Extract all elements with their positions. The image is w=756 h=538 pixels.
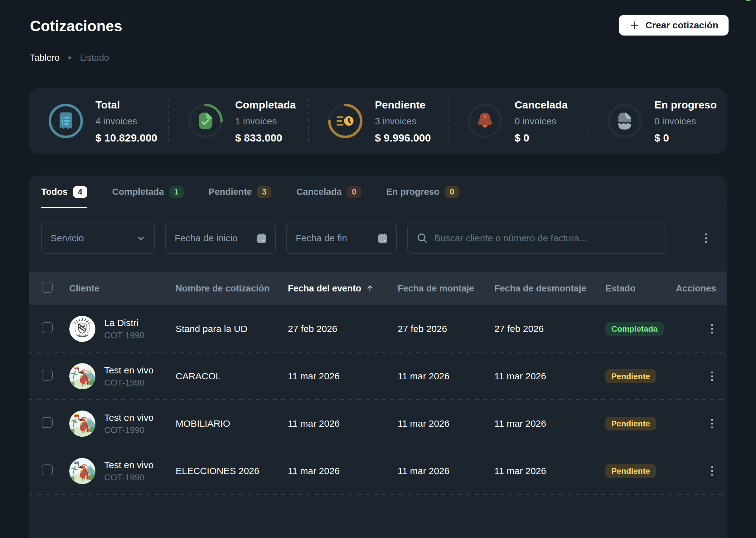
row-checkbox[interactable]: [42, 322, 53, 333]
tab-completada[interactable]: Completada 1: [112, 176, 184, 208]
column-header-fecha-montaje[interactable]: Fecha de montaje: [398, 283, 494, 294]
stat-label: Total: [95, 98, 157, 111]
setup-date: 11 mar 2026: [398, 418, 494, 429]
quote-name: Stand para la UD: [176, 324, 288, 334]
status-badge: Pendiente: [605, 464, 656, 478]
row-checkbox[interactable]: [42, 464, 53, 475]
bell-icon: [468, 104, 502, 138]
stat-pendiente: Pendiente 3 invoices $ 9.996.000: [308, 88, 448, 154]
table-header-row: Cliente Nombre de cotización Fecha del e…: [29, 272, 727, 305]
stat-invoices: 1 invoices: [235, 115, 296, 128]
quotes-table: Cliente Nombre de cotización Fecha del e…: [29, 272, 727, 495]
column-header-cliente[interactable]: Cliente: [69, 283, 176, 294]
quote-name: ELECCIONES 2026: [176, 466, 288, 476]
row-actions-button[interactable]: [703, 462, 721, 480]
client-avatar: [69, 316, 95, 342]
event-date: 27 feb 2026: [288, 324, 398, 334]
row-actions-button[interactable]: [703, 367, 721, 385]
client-avatar: [69, 458, 95, 484]
column-header-fecha-desmontaje[interactable]: Fecha de desmontaje: [494, 283, 605, 294]
invoice-stats-card: Total 4 invoices $ 10.829.000 Completada…: [29, 88, 727, 154]
table-row[interactable]: Test en vivo COT-1990 MOBILIARIO 11 mar …: [29, 400, 727, 447]
setup-date: 11 mar 2026: [398, 466, 494, 476]
client-name: Test en vivo: [104, 459, 153, 471]
stat-label: Cancelada: [515, 98, 568, 111]
status-tabs: Todos 4 Completada 1 Pendiente 3 Cancela…: [29, 176, 727, 208]
teardown-date: 11 mar 2026: [494, 371, 605, 382]
more-vertical-icon: [705, 464, 719, 478]
column-header-fecha-evento[interactable]: Fecha del evento: [288, 283, 398, 294]
sort-asc-arrow-icon: [365, 284, 375, 293]
more-vertical-icon: [705, 322, 719, 336]
tab-count-badge: 4: [73, 186, 87, 198]
select-all-checkbox[interactable]: [42, 282, 53, 293]
stat-label: En progreso: [654, 98, 717, 111]
more-vertical-icon: [705, 417, 719, 430]
filters-menu-button[interactable]: [697, 230, 715, 247]
row-checkbox[interactable]: [42, 417, 53, 428]
stat-amount: $ 833.000: [235, 131, 296, 144]
filters-row: Servicio Fecha de inicio Fecha de fin Bu…: [41, 223, 715, 254]
table-row[interactable]: Test en vivo COT-1990 CARACOL 11 mar 202…: [29, 352, 727, 400]
calendar-icon: [255, 232, 268, 245]
stat-amount: $ 9.996.000: [375, 131, 431, 144]
status-badge: Pendiente: [605, 369, 656, 383]
stat-invoices: 0 invoices: [654, 115, 717, 128]
stat-invoices: 4 invoices: [95, 115, 157, 128]
breadcrumb-item-tablero[interactable]: Tablero: [30, 52, 60, 63]
stat-label: Completada: [235, 98, 296, 111]
quotes-page: Cotizaciones Tablero Listado Crear cotiz…: [0, 0, 756, 538]
stat-invoices: 0 invoices: [515, 115, 568, 128]
stat-cancelada: Cancelada 0 invoices $ 0: [448, 88, 588, 154]
client-avatar: [69, 410, 95, 437]
column-header-acciones: Acciones: [674, 283, 727, 294]
service-select[interactable]: Servicio: [41, 223, 155, 254]
column-header-estado: Estado: [605, 283, 674, 294]
more-vertical-icon: [705, 369, 719, 383]
quote-name: MOBILIARIO: [176, 418, 288, 429]
quote-code: COT-1990: [104, 377, 153, 388]
quote-code: COT-1990: [104, 472, 153, 483]
search-input[interactable]: Buscar cliente o número de factura...: [407, 223, 666, 254]
file-torn-icon: [608, 104, 642, 138]
status-badge: Pendiente: [605, 417, 656, 430]
clock-fast-icon: [328, 104, 362, 138]
tab-cancelada[interactable]: Cancelada 0: [296, 176, 361, 208]
quotes-table-card: Todos 4 Completada 1 Pendiente 3 Cancela…: [29, 176, 727, 538]
end-date-input[interactable]: Fecha de fin: [286, 223, 397, 254]
tab-todos[interactable]: Todos 4: [41, 176, 87, 208]
row-checkbox[interactable]: [42, 370, 53, 381]
row-actions-button[interactable]: [703, 320, 721, 338]
setup-date: 27 feb 2026: [398, 324, 494, 334]
breadcrumb-separator-icon: [68, 56, 71, 59]
tab-count-badge: 1: [169, 186, 184, 198]
client-name: La Distri: [104, 317, 145, 329]
stat-amount: $ 0: [654, 131, 717, 144]
tab-count-badge: 3: [257, 186, 271, 198]
search-placeholder: Buscar cliente o número de factura...: [434, 233, 587, 243]
column-header-nombre[interactable]: Nombre de cotización: [176, 283, 288, 294]
tab-pendiente[interactable]: Pendiente 3: [209, 176, 272, 208]
table-row[interactable]: La Distri COT-1990 Stand para la UD 27 f…: [29, 305, 727, 352]
client-name: Test en vivo: [104, 412, 153, 424]
table-row[interactable]: Test en vivo COT-1990 ELECCIONES 2026 11…: [29, 447, 727, 495]
status-badge: Completada: [605, 322, 664, 336]
tab-en-progreso[interactable]: En progreso 0: [386, 176, 459, 208]
quote-code: COT-1990: [104, 425, 153, 436]
breadcrumb: Tablero Listado: [30, 52, 728, 63]
client-avatar: [69, 363, 95, 389]
stat-total: Total 4 invoices $ 10.829.000: [29, 88, 168, 154]
create-quote-button[interactable]: Crear cotización: [619, 15, 728, 35]
stat-invoices: 3 invoices: [375, 115, 431, 128]
stat-amount: $ 0: [515, 131, 568, 144]
stat-amount: $ 10.829.000: [95, 131, 157, 144]
event-date: 11 mar 2026: [288, 418, 398, 429]
user-avatar[interactable]: [742, 0, 754, 1]
row-actions-button[interactable]: [703, 415, 721, 432]
stat-completada: Completada 1 invoices $ 833.000: [168, 88, 308, 154]
start-date-input[interactable]: Fecha de inicio: [165, 223, 276, 254]
page-header: Cotizaciones Tablero Listado Crear cotiz…: [30, 17, 728, 63]
chevron-down-icon: [135, 233, 146, 244]
breadcrumb-item-listado: Listado: [80, 52, 109, 63]
calendar-icon: [376, 232, 389, 245]
